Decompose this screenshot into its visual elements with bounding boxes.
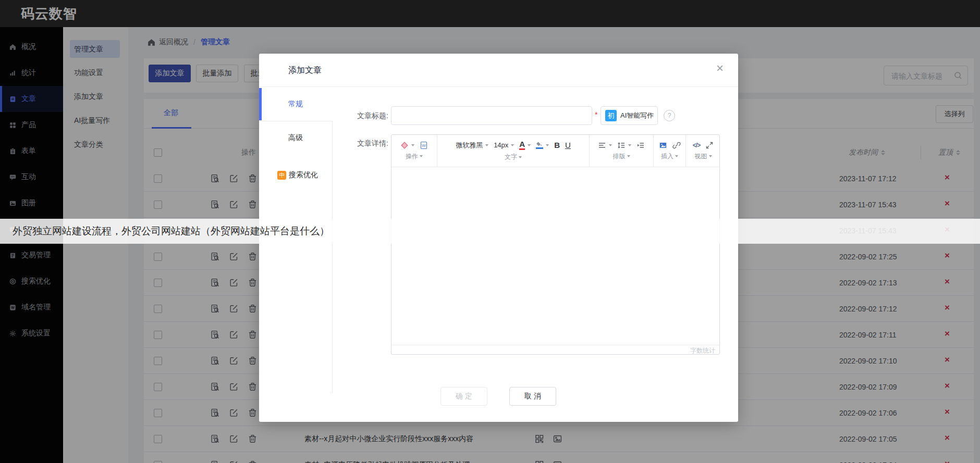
close-icon[interactable]: ×: [716, 62, 724, 74]
editor-group-label[interactable]: 排版: [613, 152, 630, 161]
word-count-label: 字数统计: [690, 347, 715, 354]
editor-group-操作: W操作: [391, 135, 437, 167]
bg-color-button[interactable]: [536, 142, 549, 149]
required-mark: *: [595, 110, 597, 119]
editor-footer: 字数统计: [391, 345, 719, 354]
svg-text:W: W: [422, 143, 426, 148]
seo-level-badge: 中: [277, 171, 286, 180]
modal-header: 添加文章 ×: [259, 54, 738, 87]
modal-tab-seo[interactable]: 中搜索优化: [259, 163, 332, 187]
image-button[interactable]: [659, 141, 667, 149]
indent-button[interactable]: [636, 141, 645, 149]
link-button[interactable]: [672, 141, 681, 149]
modal-tab-label: 常规: [288, 99, 303, 109]
app: 码云数智 概况统计文章产品表单互动图册视频交易管理搜索优化W域名管理系统设置 管…: [0, 0, 980, 463]
font-color-button[interactable]: A: [519, 140, 531, 150]
code-button[interactable]: </>: [693, 142, 700, 149]
rich-text-editor: W操作微软雅黑14pxABU文字排版插入</>视图 字数统计: [391, 134, 720, 355]
drag-tooltip: 外贸独立网站建设流程，外贸公司网站建站（外贸网站建站平台是什么）: [0, 219, 980, 244]
modal-tab-general[interactable]: 常规: [259, 88, 332, 120]
tab-column-divider: [332, 121, 333, 393]
modal-tab-label: 高级: [288, 133, 303, 143]
cancel-button[interactable]: 取 消: [509, 387, 556, 406]
eraser-button[interactable]: [400, 141, 414, 149]
font-size-select[interactable]: 14px: [494, 141, 514, 149]
article-title-input[interactable]: [391, 106, 592, 125]
editor-group-label[interactable]: 视图: [695, 152, 712, 161]
ai-writing-label: AI智能写作: [620, 111, 654, 120]
ai-badge-icon: 初: [605, 110, 617, 121]
modal-title: 添加文章: [288, 54, 322, 87]
help-icon[interactable]: ?: [664, 110, 675, 121]
editor-content-area[interactable]: [391, 167, 719, 345]
editor-group-插入: 插入: [654, 135, 686, 167]
editor-group-label[interactable]: 插入: [661, 152, 678, 161]
font-family-select[interactable]: 微软雅黑: [456, 141, 488, 150]
article-detail-label: 文章详情:: [332, 139, 388, 148]
fullscreen-button[interactable]: [705, 141, 714, 149]
modal-tab-advanced[interactable]: 高级: [259, 123, 332, 153]
editor-group-排版: 排版: [590, 135, 654, 167]
confirm-button[interactable]: 确 定: [440, 387, 487, 406]
tab-column-divider-h: [259, 121, 332, 121]
bold-button[interactable]: B: [554, 141, 560, 149]
editor-group-label[interactable]: 文字: [505, 153, 522, 161]
editor-toolbar: W操作微软雅黑14pxABU文字排版插入</>视图: [391, 135, 719, 167]
word-doc-button[interactable]: W: [420, 141, 428, 149]
modal-tab-label: 搜索优化: [289, 170, 318, 180]
ai-writing-button[interactable]: 初 AI智能写作: [601, 106, 658, 125]
editor-group-视图: </>视图: [686, 135, 720, 167]
article-title-label: 文章标题:: [332, 106, 388, 125]
align-button[interactable]: [598, 141, 612, 149]
editor-group-label[interactable]: 操作: [406, 152, 423, 161]
line-height-button[interactable]: [617, 141, 631, 149]
drag-tooltip-text: 外贸独立网站建设流程，外贸公司网站建站（外贸网站建站平台是什么）: [0, 219, 980, 244]
underline-button[interactable]: U: [565, 141, 571, 149]
editor-group-文字: 微软雅黑14pxABU文字: [437, 135, 590, 167]
